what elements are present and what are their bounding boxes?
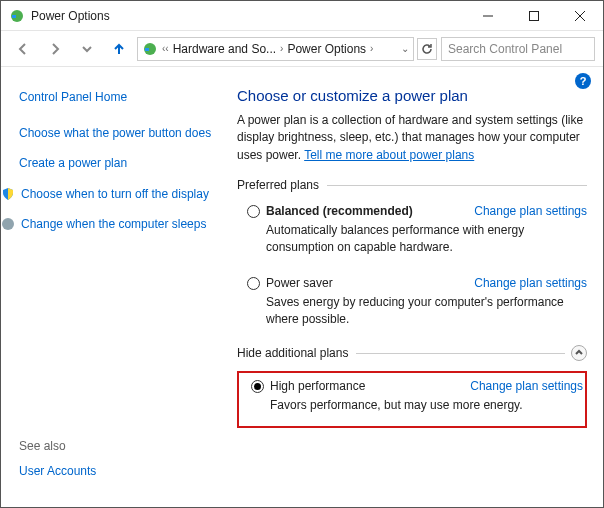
breadcrumb[interactable]: ‹‹ Hardware and So... › Power Options › … bbox=[137, 37, 414, 61]
plan-saver[interactable]: Power saver Change plan settings Saves e… bbox=[237, 274, 587, 330]
forward-button[interactable] bbox=[41, 36, 69, 62]
close-button[interactable] bbox=[557, 1, 603, 31]
search-placeholder: Search Control Panel bbox=[448, 42, 562, 56]
svg-rect-3 bbox=[530, 11, 539, 20]
collapse-button[interactable] bbox=[571, 345, 587, 361]
window-title: Power Options bbox=[31, 9, 465, 23]
sidebar-link-computer-sleeps[interactable]: Change when the computer sleeps bbox=[21, 216, 206, 232]
navbar: ‹‹ Hardware and So... › Power Options › … bbox=[1, 31, 603, 67]
sidebar-link-power-button[interactable]: Choose what the power button does bbox=[19, 125, 215, 141]
chevron-down-icon[interactable]: ⌄ bbox=[401, 43, 409, 54]
preferred-plans-header: Preferred plans bbox=[237, 178, 587, 192]
chevron-right-icon: › bbox=[280, 43, 283, 54]
highlight-box: High performance Change plan settings Fa… bbox=[237, 371, 587, 428]
change-settings-balanced[interactable]: Change plan settings bbox=[474, 204, 587, 218]
plan-desc-balanced: Automatically balances performance with … bbox=[266, 222, 587, 256]
see-also: See also User Accounts bbox=[19, 439, 96, 493]
plan-name-balanced: Balanced (recommended) bbox=[266, 204, 413, 218]
plan-desc-saver: Saves energy by reducing your computer's… bbox=[266, 294, 587, 328]
change-settings-saver[interactable]: Change plan settings bbox=[474, 276, 587, 290]
sidebar-link-create-plan[interactable]: Create a power plan bbox=[19, 155, 215, 171]
chevron-left-icon: ‹‹ bbox=[162, 43, 169, 54]
maximize-button[interactable] bbox=[511, 1, 557, 31]
help-icon[interactable]: ? bbox=[575, 73, 591, 89]
recent-dropdown[interactable] bbox=[73, 36, 101, 62]
shield-icon bbox=[1, 187, 15, 201]
hide-additional-header[interactable]: Hide additional plans bbox=[237, 345, 587, 361]
see-also-user-accounts[interactable]: User Accounts bbox=[19, 463, 96, 479]
breadcrumb-item-power[interactable]: Power Options bbox=[287, 42, 366, 56]
shield-icon bbox=[1, 217, 15, 231]
plan-name-saver: Power saver bbox=[266, 276, 333, 290]
plan-desc-high: Favors performance, but may use more ene… bbox=[270, 397, 583, 414]
breadcrumb-icon bbox=[142, 41, 158, 57]
change-settings-high[interactable]: Change plan settings bbox=[470, 379, 583, 393]
plan-name-high: High performance bbox=[270, 379, 365, 393]
radio-high[interactable] bbox=[251, 380, 264, 393]
preferred-label: Preferred plans bbox=[237, 178, 319, 192]
breadcrumb-item-hardware[interactable]: Hardware and So... bbox=[173, 42, 276, 56]
see-also-label: See also bbox=[19, 439, 96, 453]
plan-balanced[interactable]: Balanced (recommended) Change plan setti… bbox=[237, 202, 587, 258]
learn-more-link[interactable]: Tell me more about power plans bbox=[304, 148, 474, 162]
titlebar: Power Options bbox=[1, 1, 603, 31]
search-input[interactable]: Search Control Panel bbox=[441, 37, 595, 61]
plan-high[interactable]: High performance Change plan settings Fa… bbox=[241, 377, 583, 416]
back-button[interactable] bbox=[9, 36, 37, 62]
sidebar-link-turn-off-display[interactable]: Choose when to turn off the display bbox=[21, 186, 209, 202]
control-panel-home-link[interactable]: Control Panel Home bbox=[19, 89, 215, 105]
chevron-right-icon: › bbox=[370, 43, 373, 54]
radio-balanced[interactable] bbox=[247, 205, 260, 218]
svg-point-9 bbox=[2, 218, 14, 230]
up-button[interactable] bbox=[105, 36, 133, 62]
minimize-button[interactable] bbox=[465, 1, 511, 31]
hide-label: Hide additional plans bbox=[237, 346, 348, 360]
main-content: ? Choose or customize a power plan A pow… bbox=[227, 67, 603, 507]
svg-rect-8 bbox=[145, 48, 149, 51]
refresh-button[interactable] bbox=[417, 38, 437, 60]
power-options-icon bbox=[9, 8, 25, 24]
page-description: A power plan is a collection of hardware… bbox=[237, 112, 587, 164]
sidebar: Control Panel Home Choose what the power… bbox=[1, 67, 227, 507]
svg-rect-1 bbox=[12, 15, 16, 18]
radio-saver[interactable] bbox=[247, 277, 260, 290]
page-heading: Choose or customize a power plan bbox=[237, 87, 587, 104]
